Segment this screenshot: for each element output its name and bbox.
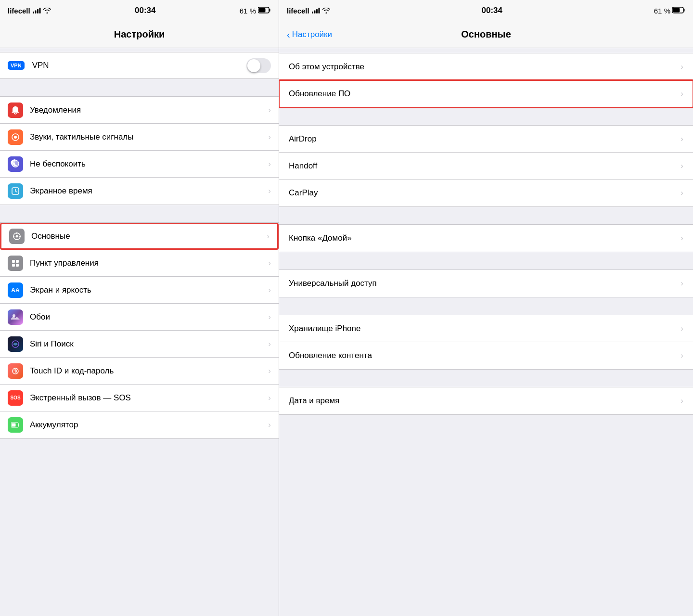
notifications-label: Уведомления xyxy=(30,105,266,115)
settings-row-display[interactable]: AA Экран и яркость › xyxy=(0,277,279,304)
left-panel-header: Настройки xyxy=(0,21,279,48)
control-icon xyxy=(8,256,23,271)
right-battery-group: 61 % xyxy=(654,7,685,15)
right-gap-2 xyxy=(279,207,693,224)
settings-row-wallpaper[interactable]: Обои › xyxy=(0,304,279,331)
content-label: Обновление контента xyxy=(289,351,680,360)
right-row-accessibility[interactable]: Универсальный доступ › xyxy=(279,270,693,297)
storage-label: Хранилище iPhone xyxy=(289,324,680,334)
siri-chevron: › xyxy=(268,339,271,349)
update-chevron: › xyxy=(680,89,683,99)
svg-point-13 xyxy=(14,136,17,139)
touchid-icon xyxy=(8,363,23,379)
vpn-section: VPN VPN xyxy=(0,48,279,79)
svg-point-17 xyxy=(16,232,18,234)
svg-rect-23 xyxy=(12,264,15,267)
right-row-datetime[interactable]: Дата и время › xyxy=(279,387,693,414)
general-icon xyxy=(9,229,25,244)
right-group-4: Универсальный доступ › xyxy=(279,270,693,297)
right-row-handoff[interactable]: Handoff › xyxy=(279,153,693,180)
right-row-storage[interactable]: Хранилище iPhone › xyxy=(279,315,693,342)
settings-row-touchid[interactable]: Touch ID и код-пароль › xyxy=(0,358,279,385)
right-row-airdrop[interactable]: AirDrop › xyxy=(279,126,693,153)
left-battery-icon xyxy=(258,7,271,15)
svg-rect-11 xyxy=(673,8,680,12)
right-time: 00:34 xyxy=(482,6,502,15)
settings-row-screentime[interactable]: Экранное время › xyxy=(0,178,279,205)
right-battery-percent: 61 % xyxy=(654,7,670,15)
screentime-label: Экранное время xyxy=(30,186,266,196)
right-panel-header: ‹ Настройки Основные xyxy=(279,21,693,48)
right-group-5: Хранилище iPhone › Обновление контента › xyxy=(279,315,693,370)
sos-icon: SOS xyxy=(8,390,23,406)
vpn-label: VPN xyxy=(32,61,246,70)
sounds-chevron: › xyxy=(268,132,271,142)
settings-row-battery[interactable]: Аккумулятор › xyxy=(0,411,279,438)
handoff-label: Handoff xyxy=(289,161,680,171)
dnd-chevron: › xyxy=(268,159,271,169)
accessibility-label: Универсальный доступ xyxy=(289,279,680,288)
right-group-1: Об этом устройстве › Обновление ПО › xyxy=(279,53,693,108)
section-gap-2 xyxy=(0,205,279,222)
right-row-carplay[interactable]: CarPlay › xyxy=(279,180,693,206)
general-label: Основные xyxy=(31,231,265,241)
svg-rect-8 xyxy=(316,9,318,13)
section-gap-1 xyxy=(0,79,279,96)
left-carrier-group: lifecell xyxy=(8,7,51,15)
right-row-content[interactable]: Обновление контента › xyxy=(279,342,693,369)
settings-row-dnd[interactable]: Не беспокоить › xyxy=(0,151,279,178)
sos-chevron: › xyxy=(268,393,271,403)
settings-row-notifications[interactable]: Уведомления › xyxy=(0,97,279,124)
settings-row-general[interactable]: Основные › xyxy=(0,223,279,250)
settings-row-sos[interactable]: SOS Экстренный вызов — SOS › xyxy=(0,385,279,411)
sounds-icon xyxy=(8,129,23,145)
vpn-badge: VPN xyxy=(8,61,25,70)
settings-group-notifications: Уведомления › Звуки, тактильные сигналы … xyxy=(0,96,279,205)
notifications-icon xyxy=(8,103,23,118)
control-chevron: › xyxy=(268,258,271,268)
back-button[interactable]: ‹ Настройки xyxy=(287,30,332,39)
svg-rect-6 xyxy=(312,12,313,13)
notifications-chevron: › xyxy=(268,105,271,115)
right-group-6: Дата и время › xyxy=(279,387,693,415)
right-carrier-group: lifecell xyxy=(287,7,330,15)
right-row-about[interactable]: Об этом устройстве › xyxy=(279,53,693,80)
right-settings-list: Об этом устройстве › Обновление ПО › Air… xyxy=(279,48,693,616)
left-panel: Настройки VPN VPN У xyxy=(0,21,279,616)
back-chevron-icon: ‹ xyxy=(287,30,290,39)
left-panel-title: Настройки xyxy=(114,29,165,40)
left-settings-list: VPN VPN Уведомления › xyxy=(0,48,279,616)
datetime-label: Дата и время xyxy=(289,396,680,406)
settings-row-sounds[interactable]: Звуки, тактильные сигналы › xyxy=(0,124,279,151)
svg-rect-1 xyxy=(35,10,36,13)
settings-row-control[interactable]: Пункт управления › xyxy=(0,250,279,277)
battery-chevron: › xyxy=(268,420,271,430)
svg-point-20 xyxy=(19,236,21,237)
touchid-chevron: › xyxy=(268,366,271,376)
left-battery-group: 61 % xyxy=(240,7,271,15)
dnd-label: Не беспокоить xyxy=(30,159,266,169)
right-row-home[interactable]: Кнопка «Домой» › xyxy=(279,225,693,252)
vpn-row[interactable]: VPN VPN xyxy=(0,52,279,79)
right-battery-icon xyxy=(672,7,685,15)
svg-point-16 xyxy=(16,235,18,238)
control-label: Пункт управления xyxy=(30,258,266,268)
right-gap-top xyxy=(279,48,693,53)
general-chevron: › xyxy=(267,231,270,241)
svg-point-19 xyxy=(13,236,14,237)
left-wifi xyxy=(43,7,51,15)
svg-rect-22 xyxy=(16,260,19,263)
right-row-update[interactable]: Обновление ПО › xyxy=(279,80,693,107)
home-label: Кнопка «Домой» xyxy=(289,233,680,243)
left-status-bar: lifecell 00:34 61 % xyxy=(0,0,279,21)
right-panel: ‹ Настройки Основные Об этом устройстве … xyxy=(279,21,693,616)
settings-row-siri[interactable]: Siri и Поиск › xyxy=(0,331,279,358)
right-gap-1 xyxy=(279,108,693,125)
vpn-toggle[interactable] xyxy=(246,58,271,73)
right-group-2: AirDrop › Handoff › CarPlay › xyxy=(279,125,693,207)
battery-label: Аккумулятор xyxy=(30,420,266,430)
svg-rect-24 xyxy=(16,264,19,267)
display-label: Экран и яркость xyxy=(30,285,266,295)
svg-rect-7 xyxy=(314,10,315,13)
battery-icon xyxy=(8,417,23,433)
